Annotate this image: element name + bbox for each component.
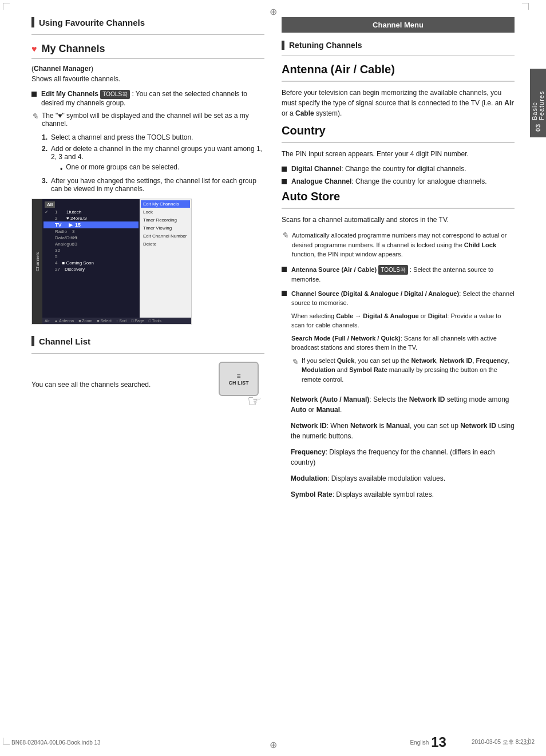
network-auto-manual: Network (Auto / Manual): Selects the Net… xyxy=(291,394,515,415)
channel-list-section: Channel List You can see all the channel… xyxy=(31,336,264,407)
step-1-num: 1. xyxy=(42,133,48,141)
ch-row-tv: TV ▶ 15 xyxy=(43,221,139,228)
ch-row-radio: Radio 3 xyxy=(43,228,139,235)
channel-menu-header: Channel Menu xyxy=(282,17,515,33)
retuning-header: Retuning Channels xyxy=(282,41,515,50)
antenna-heading: Antenna (Air / Cable) xyxy=(282,63,515,76)
left-column: Using Favourite Channels ♥ My Channels (… xyxy=(31,17,264,505)
step-2-text: Add or delete a channel in the my channe… xyxy=(51,145,264,161)
footer-timestamp: 2010-03-05 오후 8:23:02 xyxy=(472,738,535,746)
ctx-edit: Edit My Channels xyxy=(141,200,190,208)
step-1: 1. Select a channel and press the TOOLS … xyxy=(42,133,264,141)
ch-row-32: 32 xyxy=(43,247,139,254)
right-column: Channel Menu Retuning Channels Antenna (… xyxy=(282,17,515,505)
retuning-divider xyxy=(282,56,515,56)
heart-note: ✎ The "♥" symbol will be displayed and t… xyxy=(31,112,264,128)
step-2-sub: • One or more groups can be selected. xyxy=(60,163,264,173)
my-channels-title: My Channels xyxy=(42,43,105,55)
ch-sidebar-label: Channels xyxy=(32,199,42,324)
channel-source-text: Channel Source (Digital & Analogue / Dig… xyxy=(291,289,515,390)
step-3-text: After you have changed the settings, the… xyxy=(51,177,264,193)
ch-row-1: ✓ 1 1futech xyxy=(43,209,139,215)
bullet-square-icon xyxy=(282,167,287,172)
ch-list-btn-icon: ≡ xyxy=(236,372,240,380)
sidebar-chapter: 03 xyxy=(535,124,541,132)
channel-list-header: Channel List xyxy=(31,336,264,346)
channel-screen-image: Channels All ✓ 1 xyxy=(31,199,192,324)
auto-store-note1-text: Automatically allocated programme number… xyxy=(292,231,515,259)
my-channels-divider xyxy=(31,58,264,59)
ch-row-27: 27 Discovery xyxy=(43,266,139,272)
ctx-edit-num: Edit Channel Number xyxy=(141,232,190,240)
edit-my-channels-bullet: Edit My Channels TOOLS꼭 : You can set th… xyxy=(31,90,264,107)
ch-context-menu: Edit My Channels Lock Timer Recording Ti… xyxy=(140,199,191,318)
ch-main-area: All ✓ 1 1futech 2 xyxy=(42,199,191,324)
step-2-content: Add or delete a channel in the my channe… xyxy=(51,145,264,173)
ctx-delete: Delete xyxy=(141,240,190,248)
network-paras: Network (Auto / Manual): Selects the Net… xyxy=(291,394,515,500)
my-channels-heading: ♥ My Channels xyxy=(31,43,264,55)
section-title: Using Favourite Channels xyxy=(39,18,145,27)
antenna-divider xyxy=(282,81,515,82)
bullet-sq-ch-source xyxy=(282,291,287,296)
digital-channel-text: Digital Channel: Change the country for … xyxy=(291,165,466,173)
auto-store-description: Scans for a channel automatically and st… xyxy=(282,215,515,225)
step-2: 2. Add or delete a channel in the my cha… xyxy=(42,145,264,173)
search-mode-sub: Search Mode (Full / Network / Quick): Sc… xyxy=(291,334,515,353)
step-2-sub-text: One or more groups can be selected. xyxy=(66,163,179,171)
digital-channel-bullet: Digital Channel: Change the country for … xyxy=(282,165,515,173)
step-3: 3. After you have changed the settings, … xyxy=(42,177,264,193)
channel-manager-bold: Channel Manager xyxy=(34,65,91,73)
quick-note-text: If you select Quick, you can set up the … xyxy=(302,356,515,385)
channel-source-bullet: Channel Source (Digital & Analogue / Dig… xyxy=(282,289,515,390)
channel-list-title: Channel List xyxy=(39,337,90,346)
ch-footer: Air ▲ Antenna ■ Zoom ■ Select ↕ Sort □ P… xyxy=(42,318,191,324)
ch-row-4: 4 ■ Coming Soon xyxy=(43,260,139,266)
step-1-text: Select a channel and press the TOOLS but… xyxy=(51,133,193,141)
ctx-lock: Lock xyxy=(141,208,190,216)
ch-row-data: Data/Other 23 xyxy=(43,235,139,241)
edit-my-channels-text: Edit My Channels TOOLS꼭 : You can set th… xyxy=(41,90,264,107)
country-pin-text: The PIN input screen appears. Enter your… xyxy=(282,149,515,159)
my-channels-subtitle: Shows all favourite channels. xyxy=(31,75,264,83)
network-id: Network ID: When Network is Manual, you … xyxy=(291,421,515,441)
page-number: 13 xyxy=(431,734,446,750)
symbol-rate: Symbol Rate: Displays available symbol r… xyxy=(291,489,515,500)
bullet-square-icon2 xyxy=(282,179,287,184)
retuning-bar-icon xyxy=(282,41,284,50)
channel-list-description: You can see all the channels searched. xyxy=(31,381,207,389)
note-icon2: ✎ xyxy=(291,356,298,368)
tools-badge2: TOOLS꼭 xyxy=(378,265,408,275)
section-bar-icon xyxy=(31,17,34,27)
auto-store-note1: ✎ Automatically allocated programme numb… xyxy=(282,231,515,259)
modulation: Modulation: Displays available modulatio… xyxy=(291,473,515,484)
bullet-icon xyxy=(31,92,37,97)
page-footer: BN68-02840A-00L06-Book.indb 13 English 1… xyxy=(0,734,546,750)
retuning-title: Retuning Channels xyxy=(289,41,362,50)
in-channel-manager: (Channel Manager) xyxy=(31,65,264,73)
antenna-source-bullet: Antenna Source (Air / Cable) TOOLS꼭 : Se… xyxy=(282,265,515,284)
section-divider xyxy=(31,34,264,35)
footer-left-text: BN68-02840A-00L06-Book.indb 13 xyxy=(11,739,101,746)
antenna-text: Before your television can begin memoriz… xyxy=(282,88,515,118)
ctx-timer-rec: Timer Recording xyxy=(141,216,190,224)
note-pen-icon: ✎ xyxy=(31,112,38,121)
step-2-num: 2. xyxy=(42,145,48,173)
channel-list-icon-area: You can see all the channels searched. ≡… xyxy=(31,362,264,407)
steps-list: 1. Select a channel and press the TOOLS … xyxy=(42,133,264,193)
sidebar-label: Basic Features xyxy=(531,74,545,120)
step-3-num: 3. xyxy=(42,177,48,193)
ch-list-btn-shape[interactable]: ≡ CH LIST xyxy=(219,362,259,396)
channel-list-divider xyxy=(31,353,264,354)
note-icon1: ✎ xyxy=(282,231,288,240)
channel-list-bar-icon xyxy=(31,336,34,346)
ch-row-5: 5 xyxy=(43,254,139,260)
bullet-sq-antenna xyxy=(282,267,287,272)
analogue-channel-bullet: Analogue Channel: Change the country for… xyxy=(282,177,515,185)
analogue-channel-text: Analogue Channel: Change the country for… xyxy=(291,177,487,185)
hand-pointer-icon: ☞ xyxy=(247,391,262,410)
section-header-favourite: Using Favourite Channels xyxy=(31,17,264,27)
quick-note: ✎ If you select Quick, you can set up th… xyxy=(291,356,515,385)
dot-icon: • xyxy=(60,165,62,173)
footer-right: English 13 2010-03-05 오후 8:23:02 xyxy=(410,734,535,750)
